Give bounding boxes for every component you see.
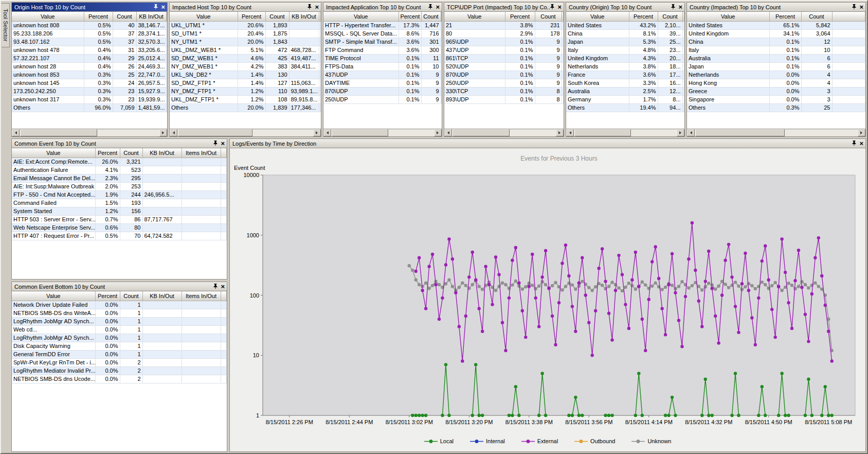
legend-item-local[interactable]: Local xyxy=(424,438,454,444)
table-row[interactable]: 893\UDP0.1%8 xyxy=(444,95,564,103)
legend-item-outbound[interactable]: Outbound xyxy=(574,438,615,444)
panel-titlebar[interactable]: Impacted Host Top 10 by Count × xyxy=(170,3,321,12)
pin-icon[interactable] xyxy=(852,141,856,146)
table-row[interactable]: Netherlands3.8%18... xyxy=(566,62,684,71)
close-icon[interactable]: × xyxy=(161,4,165,10)
table-row[interactable]: Others19.4%94... xyxy=(566,103,684,112)
table-row[interactable]: NETBIOS SMB-DS dns WriteA...0.0%1 xyxy=(12,309,227,317)
table-row[interactable]: HTTP 407 : Request Error - Pr...0.5%7064… xyxy=(12,232,227,240)
scroll-left-arrow[interactable] xyxy=(566,129,574,136)
panel-titlebar[interactable]: Origin Host Top 10 by Count × xyxy=(12,3,167,12)
column-header[interactable]: Value xyxy=(687,12,769,21)
column-header[interactable]: Count xyxy=(113,12,136,21)
column-header[interactable]: Count xyxy=(265,12,289,21)
table-row[interactable]: Australia0.1%6 xyxy=(687,54,865,62)
table-row[interactable]: 93.48.107.1620.5%3732,570.3... xyxy=(12,38,167,46)
scroll-thumb[interactable] xyxy=(178,129,252,136)
column-header[interactable]: KB In/Out xyxy=(142,148,182,158)
table-row[interactable]: Greece0.0%3 xyxy=(687,87,865,95)
table-row[interactable]: HTTP - Hypertext Transfer...17.3%1,447 xyxy=(323,21,442,29)
table-row[interactable]: China0.1%12 xyxy=(687,38,865,46)
column-header[interactable]: Percent xyxy=(84,12,113,21)
table-row[interactable]: 213.8%231 xyxy=(444,21,564,29)
table-row[interactable]: United States65.1%5,842 xyxy=(687,21,865,29)
table-row[interactable]: HTTP 503 : Server Error - Serv...0.7%868… xyxy=(12,215,227,223)
column-header[interactable]: Value xyxy=(323,12,399,21)
pin-icon[interactable] xyxy=(671,4,675,10)
pin-icon[interactable] xyxy=(213,141,218,146)
horizontal-scrollbar[interactable] xyxy=(323,129,442,136)
table-row[interactable]: 330\TCP0.1%8 xyxy=(444,87,564,95)
scroll-right-arrow[interactable] xyxy=(858,129,865,136)
column-header[interactable]: Value xyxy=(12,12,84,21)
table-row[interactable]: Command Failed1.5%193 xyxy=(12,199,227,207)
table-row[interactable]: France3.6%17... xyxy=(566,71,684,79)
table-row[interactable]: UKL_DMZ_WEB1 *5.1%472468,728... xyxy=(170,46,321,54)
column-header[interactable]: Value xyxy=(444,12,505,21)
horizontal-scrollbar[interactable] xyxy=(170,129,321,136)
scroll-thumb[interactable] xyxy=(574,129,631,136)
table-row[interactable]: FTP - 550 - Cmd Not Accepted...1.9%24424… xyxy=(12,190,227,199)
table-row[interactable]: United Kingdom4.3%20... xyxy=(566,54,684,62)
scroll-track[interactable] xyxy=(695,129,858,136)
close-icon[interactable]: × xyxy=(436,4,440,10)
column-header[interactable]: Value xyxy=(170,12,238,21)
table-row[interactable]: SD_UTM1 *20.4%1,875 xyxy=(170,29,321,38)
column-header[interactable]: Percent xyxy=(769,12,801,21)
table-row[interactable]: 57.32.221.1070.4%2925,012.4... xyxy=(12,54,167,62)
scroll-thumb[interactable] xyxy=(20,129,97,136)
horizontal-scrollbar[interactable] xyxy=(566,129,684,136)
table-row[interactable]: System Started1.2%156 xyxy=(12,207,227,215)
table-row[interactable]: DAYTIME0.1%9 xyxy=(323,79,442,87)
panel-titlebar[interactable]: Impacted Application Top 10 by Count × xyxy=(323,3,442,12)
table-row[interactable]: 870\UDP0.1%9 xyxy=(323,87,442,95)
tool-selector-tab[interactable]: Tool Selector xyxy=(2,3,10,47)
pin-icon[interactable] xyxy=(154,4,158,10)
column-header[interactable]: Items In/Out xyxy=(182,291,221,301)
close-icon[interactable]: × xyxy=(678,4,682,10)
table-row[interactable]: Disk Capacity Warning0.0%1 xyxy=(12,342,227,350)
table-row[interactable]: Germany1.7%8... xyxy=(566,95,684,103)
table-row[interactable]: Australia2.5%12... xyxy=(566,87,684,95)
table-row[interactable]: unknown host 1450.3%2426,957.5... xyxy=(12,79,167,87)
table-row[interactable]: UKL_SN_DB2 *1.4%130 xyxy=(170,71,321,79)
table-row[interactable]: General TermDD Error0.0%1 xyxy=(12,350,227,358)
close-icon[interactable]: × xyxy=(859,4,863,10)
pin-icon[interactable] xyxy=(428,4,432,10)
table-row[interactable]: Italy0.1%10 xyxy=(687,46,865,54)
table-row[interactable]: Network Driver Update Failed0.0%1 xyxy=(12,301,227,309)
column-header[interactable]: Percent xyxy=(399,12,421,21)
table-row[interactable]: Japan5.3%25... xyxy=(566,38,684,46)
table-row[interactable]: Japan0.1%6 xyxy=(687,62,865,71)
table-row[interactable]: Others96.0%7,0591,481,59... xyxy=(12,103,167,112)
scroll-track[interactable] xyxy=(20,129,159,136)
close-icon[interactable]: × xyxy=(221,283,225,290)
table-row[interactable]: 965\UDP0.1%9 xyxy=(444,38,564,46)
legend-item-external[interactable]: External xyxy=(521,438,558,444)
table-row[interactable]: 250\UDP0.1%9 xyxy=(323,95,442,103)
table-row[interactable]: AIE: Int:Susp:Malware Outbreak2.0%253 xyxy=(12,182,227,190)
column-header[interactable]: Count xyxy=(421,12,441,21)
close-icon[interactable]: × xyxy=(557,4,562,10)
column-header[interactable]: Count xyxy=(535,12,562,21)
table-row[interactable]: LogRhythm Mediator Invalid Pr...0.0%2 xyxy=(12,366,227,375)
pin-icon[interactable] xyxy=(308,4,312,10)
table-row[interactable]: 437\UDP0.1%9 xyxy=(323,71,442,79)
table-row[interactable]: unknown host 4780.4%3133,205.6... xyxy=(12,46,167,54)
table-row[interactable]: NETBIOS SMB-DS dns Ucode...0.0%2 xyxy=(12,375,227,383)
table-row[interactable]: China8.1%39... xyxy=(566,29,684,38)
scroll-right-arrow[interactable] xyxy=(313,129,321,136)
table-row[interactable]: FTP Command3.6%300 xyxy=(323,46,442,54)
table-row[interactable]: Authentication Failure4.1%523 xyxy=(12,166,227,174)
table-row[interactable]: Italy4.8%23... xyxy=(566,46,684,54)
pin-icon[interactable] xyxy=(213,284,218,289)
table-row[interactable]: 173.250.242.2500.3%2315,927.9... xyxy=(12,87,167,95)
column-header[interactable]: Percent xyxy=(629,12,658,21)
panel-titlebar[interactable]: TCP\UDP Port (Impacted) Top 10 by Co... … xyxy=(444,3,564,12)
table-row[interactable]: 802.9%178 xyxy=(444,29,564,38)
close-icon[interactable]: × xyxy=(859,140,863,147)
scroll-track[interactable] xyxy=(574,129,677,136)
table-row[interactable]: 861\TCP0.1%9 xyxy=(444,54,564,62)
column-header[interactable]: Items In/Out xyxy=(182,148,221,158)
panel-titlebar[interactable]: Common Event Top 10 by Count × xyxy=(12,139,227,148)
